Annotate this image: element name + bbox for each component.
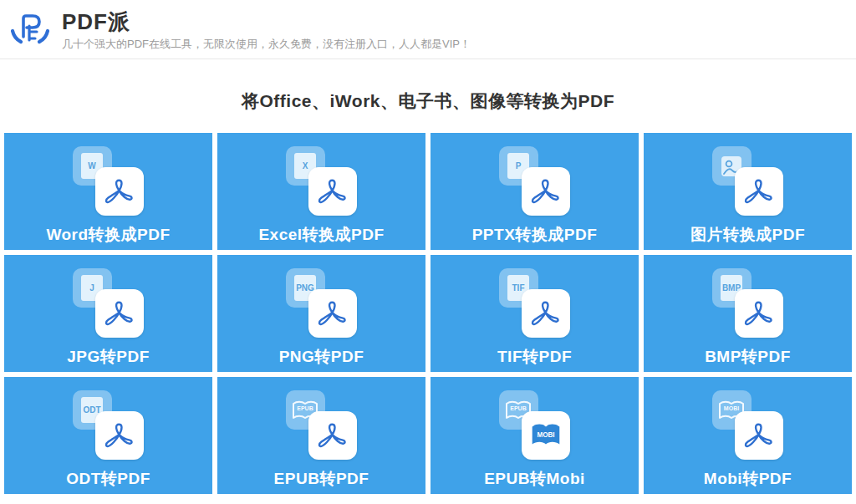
target-format-icon: MOBI (522, 289, 570, 338)
conversion-icon: BMP BMP (712, 268, 784, 339)
site-identity: PDF派 几十个强大的PDF在线工具，无限次使用，永久免费，没有注册入口，人人都… (62, 8, 471, 52)
pdf-logo-icon (314, 417, 351, 454)
tool-tile[interactable]: PNG PNG (217, 255, 425, 372)
tool-label: TIF转PDF (497, 346, 572, 368)
conversion-icon: PNG PNG (286, 268, 358, 339)
conversion-icon: W W (73, 146, 145, 216)
tool-tile[interactable]: W W (4, 133, 212, 250)
target-format-icon: MOBI (95, 289, 144, 338)
tool-tile[interactable]: P P (431, 133, 639, 250)
pdf-logo-icon (101, 295, 138, 332)
mobi-book-icon: MOBI (527, 416, 565, 455)
tool-label: PNG转PDF (279, 346, 364, 368)
tool-tile[interactable]: J J (4, 255, 212, 372)
tool-label: 图片转换成PDF (690, 224, 805, 246)
target-format-icon: MOBI (522, 167, 570, 216)
conversion-icon: MOBI (712, 146, 784, 216)
site-title[interactable]: PDF派 (62, 9, 471, 34)
target-format-icon: MOBI (308, 411, 357, 460)
pdf-logo-icon (314, 295, 351, 332)
tool-tile[interactable]: MOBI MOBI (644, 377, 852, 494)
conversion-icon: P P (499, 146, 571, 216)
tool-tile[interactable]: ODT ODT (4, 377, 212, 494)
conversion-icon: ODT ODT (73, 390, 145, 461)
tool-tile[interactable]: BMP BMP (644, 255, 852, 372)
target-format-icon: MOBI (735, 167, 783, 216)
target-format-icon: MOBI (95, 167, 144, 216)
tool-label: Word转换成PDF (46, 224, 170, 246)
tool-tile[interactable]: MOBI 图片转换成PDF (644, 133, 852, 250)
conversion-icon: J J (73, 268, 145, 339)
pdf-logo-icon (314, 173, 351, 210)
target-format-icon: MOBI (522, 411, 570, 460)
tool-tile[interactable]: EPUB EPUB (431, 377, 639, 494)
target-format-icon: MOBI (735, 411, 783, 460)
tool-label: PPTX转换成PDF (472, 224, 598, 246)
tool-label: EPUB转PDF (274, 468, 369, 490)
pdf-logo-icon (741, 417, 777, 454)
pdf-logo-icon (527, 173, 564, 210)
target-format-icon: MOBI (308, 289, 357, 338)
conversion-icon: EPUB EPUB (286, 390, 358, 461)
conversion-icon: MOBI MOBI (712, 390, 784, 461)
tool-tile[interactable]: X X (217, 133, 425, 250)
target-format-icon: MOBI (95, 411, 144, 460)
tool-label: BMP转PDF (705, 346, 791, 368)
pdf-logo-icon (741, 173, 777, 210)
tool-tile[interactable]: EPUB EPUB (217, 377, 425, 494)
target-format-icon: MOBI (308, 167, 357, 216)
pdf-logo-icon (527, 295, 564, 332)
pdf-pai-logo-icon[interactable] (8, 8, 52, 51)
tool-tile[interactable]: TIF TIF (431, 255, 639, 372)
svg-text:MOBI: MOBI (537, 431, 554, 439)
site-tagline: 几十个强大的PDF在线工具，无限次使用，永久免费，没有注册入口，人人都是VIP！ (62, 37, 471, 52)
tool-label: Mobi转PDF (704, 468, 792, 490)
tools-grid: W W (0, 133, 856, 494)
pdf-logo-icon (101, 173, 138, 210)
target-format-icon: MOBI (735, 289, 783, 338)
section-title: 将Office、iWork、电子书、图像等转换为PDF (0, 89, 856, 113)
tool-label: Excel转换成PDF (258, 224, 384, 246)
conversion-icon: EPUB EPUB (499, 390, 571, 461)
tool-label: EPUB转Mobi (484, 468, 585, 490)
pdf-logo-icon (741, 295, 777, 332)
tool-label: ODT转PDF (66, 468, 150, 490)
conversion-icon: X X (286, 146, 358, 216)
conversion-icon: TIF TIF (499, 268, 571, 339)
header: PDF派 几十个强大的PDF在线工具，无限次使用，永久免费，没有注册入口，人人都… (0, 0, 856, 59)
pdf-logo-icon (101, 417, 138, 454)
tool-label: JPG转PDF (67, 346, 150, 368)
